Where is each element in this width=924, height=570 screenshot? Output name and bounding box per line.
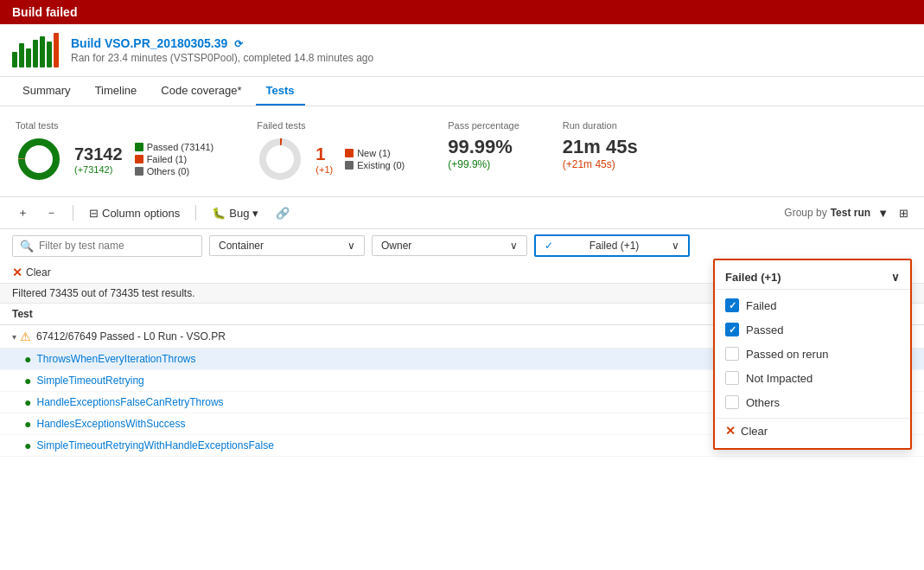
outcome-dropdown-menu: Failed (+1) ∨ Failed Passed Passed on re… bbox=[713, 259, 912, 450]
build-info-row: Build VSO.PR_20180305.39 ⟳ Ran for 23.4 … bbox=[0, 24, 924, 77]
total-tests-diff: (+73142) bbox=[74, 164, 123, 175]
run-dur-label: Run duration bbox=[563, 120, 638, 131]
dropdown-item-passed-rerun[interactable]: Passed on rerun bbox=[715, 342, 910, 366]
build-failed-title: Build failed bbox=[12, 5, 77, 19]
dropdown-item-not-impacted[interactable]: Not Impacted bbox=[715, 366, 910, 390]
existing-label: Existing (0) bbox=[357, 160, 405, 170]
legend-others: Others (0) bbox=[135, 166, 214, 176]
pass-pct-diff: (+99.9%) bbox=[448, 158, 519, 170]
link-button[interactable]: 🔗 bbox=[271, 204, 295, 222]
run-dur-diff: (+21m 45s) bbox=[563, 158, 638, 170]
legend-passed: Passed (73141) bbox=[135, 142, 214, 152]
group-by-area: Group by Test run ▼ ⊞ bbox=[784, 206, 912, 221]
clear-x-icon: ✕ bbox=[725, 424, 736, 438]
passed-rerun-checkbox[interactable] bbox=[725, 347, 739, 361]
legend-failed: Failed (1) bbox=[135, 154, 214, 164]
tab-tests[interactable]: Tests bbox=[256, 77, 305, 106]
build-history-bars bbox=[12, 33, 59, 67]
not-impacted-checkbox[interactable] bbox=[725, 371, 739, 385]
filter-funnel-icon: ▼ bbox=[877, 207, 889, 220]
dropdown-item-others[interactable]: Others bbox=[715, 390, 910, 414]
dropdown-clear-label: Clear bbox=[741, 425, 768, 438]
others-dot bbox=[135, 167, 143, 176]
refresh-icon[interactable]: ⟳ bbox=[234, 38, 243, 50]
failed-tests-label: Failed tests bbox=[257, 120, 405, 131]
column-options-label: Column options bbox=[102, 207, 180, 220]
build-details: Build VSO.PR_20180305.39 ⟳ Ran for 23.4 … bbox=[71, 36, 373, 64]
toolbar-row: ＋ － ⊟ Column options 🐛 Bug ▾ 🔗 Group by … bbox=[0, 197, 924, 229]
toolbar-sep-2 bbox=[195, 205, 196, 221]
bar-1 bbox=[12, 52, 17, 67]
svg-point-1 bbox=[22, 142, 56, 176]
filter-row: 🔍 Container ∨ Owner ∨ ✓ Failed (+1) ∨ Fa… bbox=[0, 229, 924, 262]
pass-icon-4: ● bbox=[24, 439, 31, 452]
container-dropdown[interactable]: Container ∨ bbox=[209, 235, 365, 256]
owner-label: Owner bbox=[381, 240, 411, 252]
bar-7-red bbox=[54, 33, 59, 67]
tab-summary[interactable]: Summary bbox=[12, 77, 81, 106]
plus-icon: ＋ bbox=[17, 205, 29, 221]
run-duration-block: Run duration 21m 45s (+21m 45s) bbox=[563, 120, 638, 170]
others-label: Others (0) bbox=[147, 166, 190, 176]
dropdown-header: Failed (+1) ∨ bbox=[715, 266, 910, 290]
pass-icon-2: ● bbox=[24, 395, 31, 409]
column-options-button[interactable]: ⊟ Column options bbox=[84, 204, 185, 222]
dropdown-item-passed[interactable]: Passed bbox=[715, 317, 910, 342]
existing-dot bbox=[345, 161, 354, 170]
others-checkbox[interactable] bbox=[725, 395, 739, 409]
container-chevron-icon: ∨ bbox=[347, 240, 355, 252]
failed-option-label: Failed bbox=[746, 299, 776, 312]
pass-pct-label: Pass percentage bbox=[448, 120, 519, 131]
passed-rerun-label: Passed on rerun bbox=[746, 348, 828, 361]
legend-existing: Existing (0) bbox=[345, 160, 405, 170]
failed-tests-block: Failed tests 1 (+1) New (1) Existin bbox=[257, 120, 405, 183]
filter-icon-button[interactable]: ▼ bbox=[874, 206, 892, 221]
dropdown-clear-btn[interactable]: ✕ Clear bbox=[715, 418, 910, 443]
search-input[interactable] bbox=[39, 240, 194, 252]
bar-4 bbox=[33, 40, 38, 67]
collapse-button[interactable]: － bbox=[41, 202, 62, 223]
total-tests-legend: Passed (73141) Failed (1) Others (0) bbox=[135, 142, 214, 176]
failed-dot bbox=[135, 155, 143, 163]
failed-checkbox[interactable] bbox=[725, 298, 739, 312]
tabs-row: Summary Timeline Code coverage* Tests bbox=[0, 77, 924, 106]
pass-icon-3: ● bbox=[24, 417, 31, 431]
total-tests-value: 73142 bbox=[74, 144, 123, 164]
layout-icon: ⊞ bbox=[899, 207, 908, 220]
link-icon: 🔗 bbox=[276, 207, 290, 220]
total-tests-numbers: 73142 (+73142) bbox=[74, 144, 123, 175]
total-tests-block: Total tests 73142 (+73142) Passed (73141… bbox=[16, 120, 213, 183]
layout-button[interactable]: ⊞ bbox=[895, 206, 912, 221]
search-wrap: 🔍 bbox=[12, 235, 202, 257]
legend-new: New (1) bbox=[345, 148, 405, 158]
search-icon: 🔍 bbox=[20, 240, 34, 253]
build-subtitle: Ran for 23.4 minutes (VSTSP0Pool), compl… bbox=[71, 52, 373, 64]
bar-5 bbox=[40, 36, 45, 67]
build-failed-bar: Build failed bbox=[0, 0, 924, 24]
failed-diff: (+1) bbox=[315, 164, 333, 175]
dropdown-item-failed[interactable]: Failed bbox=[715, 293, 910, 317]
passed-checkbox[interactable] bbox=[725, 323, 739, 336]
bug-label: Bug bbox=[229, 207, 249, 220]
new-dot bbox=[345, 149, 354, 157]
outcome-dropdown[interactable]: ✓ Failed (+1) ∨ bbox=[534, 234, 690, 257]
stats-row: Total tests 73142 (+73142) Passed (73141… bbox=[0, 106, 924, 197]
svg-point-3 bbox=[263, 142, 297, 176]
failed-tests-numbers: 1 (+1) bbox=[315, 144, 333, 175]
expand-button[interactable]: ＋ bbox=[12, 202, 34, 223]
group-by-label: Group by bbox=[784, 207, 826, 219]
pass-pct-block: Pass percentage 99.99% (+99.9%) bbox=[448, 120, 519, 170]
dropdown-header-label: Failed (+1) bbox=[725, 271, 781, 284]
clear-button[interactable]: ✕ Clear bbox=[12, 266, 51, 279]
tab-timeline[interactable]: Timeline bbox=[85, 77, 148, 106]
owner-dropdown[interactable]: Owner ∨ bbox=[372, 235, 527, 256]
failed-value: 1 bbox=[315, 144, 333, 164]
total-tests-donut bbox=[16, 136, 62, 183]
pass-icon-0: ● bbox=[24, 352, 31, 366]
bug-button[interactable]: 🐛 Bug ▾ bbox=[207, 204, 264, 222]
tab-code-coverage[interactable]: Code coverage* bbox=[150, 77, 252, 106]
build-name[interactable]: Build VSO.PR_20180305.39 ⟳ bbox=[71, 36, 373, 50]
pass-pct-value: 99.99% bbox=[448, 136, 519, 158]
failed-tests-content: 1 (+1) New (1) Existing (0) bbox=[257, 136, 405, 183]
passed-option-label: Passed bbox=[746, 323, 783, 336]
